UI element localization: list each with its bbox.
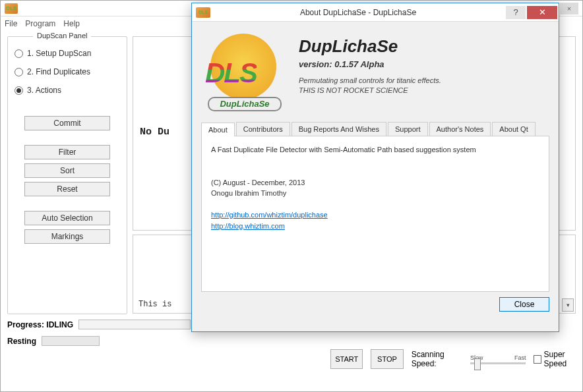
link-github[interactable]: http://github.com/whiztim/duplichase <box>211 211 328 219</box>
tab-content-about: A Fast Duplicate File Detector with Semi… <box>201 136 549 292</box>
link-blog[interactable]: http://blog.whiztim.com <box>211 222 285 230</box>
tab-notes[interactable]: Author's Notes <box>429 122 491 136</box>
filter-button[interactable]: Filter <box>24 145 110 159</box>
about-description: A Fast Duplicate File Detector with Semi… <box>211 144 539 155</box>
app-icon: DLS <box>196 7 210 18</box>
footer-controls: START STOP Scanning Speed: Slow Fast Sup… <box>330 349 582 369</box>
stop-button[interactable]: STOP <box>371 349 403 369</box>
speed-label: Scanning Speed: <box>412 350 462 368</box>
log-text: This is <box>138 300 171 309</box>
superspeed-checkbox[interactable]: Super Speed <box>534 350 582 368</box>
logo-subtext: DupLichaSe <box>208 97 282 111</box>
radio-actions[interactable]: 3. Actions <box>15 86 120 95</box>
progress-bar <box>78 320 191 329</box>
panel-legend: DupScan Panel <box>33 32 91 40</box>
about-tabs: About Contributors Bug Reports And Wishe… <box>201 122 549 136</box>
app-icon: DLS <box>5 3 18 14</box>
tab-support[interactable]: Support <box>388 122 428 136</box>
about-info: DupLichaSe version: 0.1.57 Alpha Permuta… <box>299 31 549 117</box>
about-title: About DupLichaSe - DupLichaSe <box>210 8 506 17</box>
tab-bugs[interactable]: Bug Reports And Wishes <box>292 122 386 136</box>
logo: DLS DupLichaSe <box>201 31 287 117</box>
app-name: DupLichaSe <box>299 36 549 57</box>
radio-icon <box>15 49 23 58</box>
sort-button[interactable]: Sort <box>24 163 110 178</box>
tab-about[interactable]: About <box>201 123 235 136</box>
about-author: Onogu Ibrahim Timothy <box>211 188 539 199</box>
resting-bar <box>42 336 100 346</box>
radio-icon <box>15 68 23 76</box>
speed-slider[interactable]: Slow Fast <box>470 354 526 364</box>
markings-button[interactable]: Markings <box>24 229 110 244</box>
commit-button[interactable]: Commit <box>24 116 110 130</box>
about-dialog: DLS About DupLichaSe - DupLichaSe ? ✕ DL… <box>191 3 559 332</box>
resting-label: Resting <box>7 337 36 346</box>
help-button[interactable]: ? <box>506 6 526 19</box>
radio-setup[interactable]: 1. Setup DupScan <box>15 49 120 58</box>
radio-find[interactable]: 2. Find Duplicates <box>15 67 120 76</box>
window-close-button[interactable]: ✕ <box>527 6 557 19</box>
tab-contributors[interactable]: Contributors <box>236 122 290 136</box>
radio-icon <box>15 86 23 95</box>
dupscan-panel: DupScan Panel 1. Setup DupScan 2. Find D… <box>7 36 127 314</box>
tagline: Permutating small controls for titanic e… <box>299 76 549 96</box>
about-copyright: (C) August - December, 2013 <box>211 177 539 188</box>
close-stub-icon[interactable]: × <box>560 3 578 14</box>
menu-program[interactable]: Program <box>25 19 55 28</box>
about-titlebar: DLS About DupLichaSe - DupLichaSe ? ✕ <box>192 3 559 22</box>
reset-button[interactable]: Reset <box>24 182 110 196</box>
menu-help[interactable]: Help <box>63 19 80 28</box>
logo-text: DLS <box>205 57 257 89</box>
autoselection-button[interactable]: Auto Selection <box>24 211 110 225</box>
slider-thumb-icon[interactable] <box>474 358 481 370</box>
fast-label: Fast <box>514 354 526 361</box>
checkbox-icon <box>534 355 541 364</box>
app-version: version: 0.1.57 Alpha <box>299 59 549 69</box>
menu-file[interactable]: File <box>5 19 17 28</box>
progress-label: Progress: IDLING <box>7 320 73 329</box>
start-button[interactable]: START <box>330 349 363 369</box>
dropdown-icon[interactable]: ▾ <box>562 298 574 312</box>
tab-qt[interactable]: About Qt <box>492 122 535 136</box>
close-button[interactable]: Close <box>499 297 549 312</box>
